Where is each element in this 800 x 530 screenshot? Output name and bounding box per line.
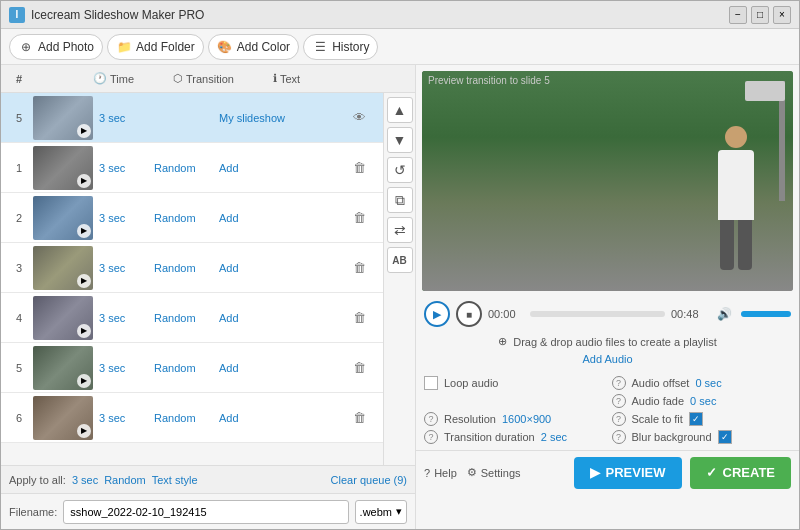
title-bar: I Icecream Slideshow Maker PRO − □ ×	[1, 1, 799, 29]
delete-icon[interactable]: 🗑	[349, 308, 369, 328]
delete-icon[interactable]: 🗑	[349, 258, 369, 278]
slide-row[interactable]: 6 ▶ 3 sec Random Add 🗑	[1, 393, 383, 443]
history-button[interactable]: ☰ History	[303, 34, 378, 60]
apply-all-transition[interactable]: Random	[104, 474, 146, 486]
filename-input[interactable]	[63, 500, 348, 524]
audio-offset-val[interactable]: 0 sec	[695, 377, 721, 389]
bottom-bar: ? Help ⚙ Settings ▶ PREVIEW ✓ CREATE	[416, 450, 799, 494]
add-folder-button[interactable]: 📁 Add Folder	[107, 34, 204, 60]
extension-select[interactable]: .webm ▾	[355, 500, 407, 524]
drag-drop-text: Drag & drop audio files to create a play…	[513, 336, 717, 348]
slide-row[interactable]: 2 ▶ 3 sec Random Add 🗑	[1, 193, 383, 243]
slide-time[interactable]: 3 sec	[99, 412, 154, 424]
move-up-button[interactable]: ▲	[387, 97, 413, 123]
ext-value: .webm	[360, 506, 392, 518]
delete-icon[interactable]: 🗑	[349, 358, 369, 378]
slide-transition[interactable]: Random	[154, 412, 219, 424]
slide-row[interactable]: 4 ▶ 3 sec Random Add 🗑	[1, 293, 383, 343]
slide-time[interactable]: 3 sec	[99, 262, 154, 274]
scale-checkbox[interactable]: ✓	[689, 412, 703, 426]
progress-bar[interactable]	[530, 311, 665, 317]
play-button[interactable]: ▶	[424, 301, 450, 327]
maximize-button[interactable]: □	[751, 6, 769, 24]
slide-number: 2	[5, 212, 33, 224]
stop-button[interactable]: ■	[456, 301, 482, 327]
table-header: # 🕐 Time ⬡ Transition ℹ Text	[1, 65, 415, 93]
slide-row[interactable]: 5 ▶ 3 sec My slideshow 👁	[1, 93, 383, 143]
audio-fade-row: ? Audio fade 0 sec	[612, 394, 792, 408]
slide-time[interactable]: 3 sec	[99, 112, 154, 124]
slide-thumbnail: ▶	[33, 246, 93, 290]
slide-time[interactable]: 3 sec	[99, 312, 154, 324]
slide-text[interactable]: Add	[219, 262, 349, 274]
slide-transition[interactable]: Random	[154, 162, 219, 174]
history-icon: ☰	[312, 39, 328, 55]
resolution-label: Resolution	[444, 413, 496, 425]
transition-duration-val[interactable]: 2 sec	[541, 431, 567, 443]
apply-all-time[interactable]: 3 sec	[72, 474, 98, 486]
thumb-play-icon: ▶	[77, 224, 91, 238]
slide-row[interactable]: 5 ▶ 3 sec Random Add 🗑	[1, 343, 383, 393]
clear-queue-button[interactable]: Clear queue (9)	[331, 474, 407, 486]
slide-text[interactable]: Add	[219, 412, 349, 424]
swap-button[interactable]: ⇄	[387, 217, 413, 243]
add-photo-label: Add Photo	[38, 40, 94, 54]
slide-time[interactable]: 3 sec	[99, 362, 154, 374]
loop-audio-checkbox[interactable]	[424, 376, 438, 390]
slide-transition[interactable]: Random	[154, 262, 219, 274]
audio-fade-val[interactable]: 0 sec	[690, 395, 716, 407]
preview-btn-label: PREVIEW	[606, 465, 666, 480]
slide-text[interactable]: Add	[219, 212, 349, 224]
create-btn-icon: ✓	[706, 465, 717, 480]
add-color-button[interactable]: 🎨 Add Color	[208, 34, 299, 60]
slide-time[interactable]: 3 sec	[99, 212, 154, 224]
delete-icon[interactable]: 🗑	[349, 208, 369, 228]
blur-background-row: ? Blur background ✓	[612, 430, 792, 444]
thumb-play-icon: ▶	[77, 374, 91, 388]
slide-row[interactable]: 1 ▶ 3 sec Random Add 🗑	[1, 143, 383, 193]
slide-transition[interactable]: Random	[154, 312, 219, 324]
preview-button[interactable]: ▶ PREVIEW	[574, 457, 682, 489]
transition-info-icon: ?	[424, 430, 438, 444]
add-folder-label: Add Folder	[136, 40, 195, 54]
title-bar-left: I Icecream Slideshow Maker PRO	[9, 7, 204, 23]
delete-icon[interactable]: 🗑	[349, 408, 369, 428]
apply-all-text-style[interactable]: Text style	[152, 474, 198, 486]
move-down-button[interactable]: ▼	[387, 127, 413, 153]
blur-label: Blur background	[632, 431, 712, 443]
resolution-val[interactable]: 1600×900	[502, 413, 551, 425]
close-button[interactable]: ×	[773, 6, 791, 24]
add-photo-button[interactable]: ⊕ Add Photo	[9, 34, 103, 60]
col-time: 🕐 Time	[93, 72, 173, 85]
slide-transition[interactable]: Random	[154, 362, 219, 374]
create-button[interactable]: ✓ CREATE	[690, 457, 791, 489]
slide-number: 6	[5, 412, 33, 424]
volume-icon[interactable]: 🔊	[713, 303, 735, 325]
slide-row[interactable]: 3 ▶ 3 sec Random Add 🗑	[1, 243, 383, 293]
slide-thumbnail: ▶	[33, 96, 93, 140]
blur-checkbox[interactable]: ✓	[718, 430, 732, 444]
slide-time[interactable]: 3 sec	[99, 162, 154, 174]
help-button[interactable]: ? Help	[424, 467, 457, 479]
add-audio-link[interactable]: Add Audio	[582, 353, 632, 365]
settings-grid: Loop audio ? Audio offset 0 sec ? Audio …	[416, 370, 799, 450]
slide-text[interactable]: My slideshow	[219, 112, 349, 124]
ab-button[interactable]: AB	[387, 247, 413, 273]
rotate-button[interactable]: ↺	[387, 157, 413, 183]
audio-offset-row: ? Audio offset 0 sec	[612, 376, 792, 390]
delete-icon[interactable]: 🗑	[349, 158, 369, 178]
audio-fade-info-icon: ?	[612, 394, 626, 408]
slide-text[interactable]: Add	[219, 312, 349, 324]
settings-button[interactable]: ⚙ Settings	[467, 466, 521, 479]
eye-icon[interactable]: 👁	[349, 108, 369, 128]
col-transition: ⬡ Transition	[173, 72, 273, 85]
slide-thumbnail: ▶	[33, 146, 93, 190]
slide-text[interactable]: Add	[219, 162, 349, 174]
slide-transition[interactable]: Random	[154, 212, 219, 224]
minimize-button[interactable]: −	[729, 6, 747, 24]
slide-text[interactable]: Add	[219, 362, 349, 374]
ext-dropdown-icon: ▾	[396, 505, 402, 518]
volume-bar[interactable]	[741, 311, 791, 317]
copy-button[interactable]: ⧉	[387, 187, 413, 213]
help-icon: ?	[424, 467, 430, 479]
